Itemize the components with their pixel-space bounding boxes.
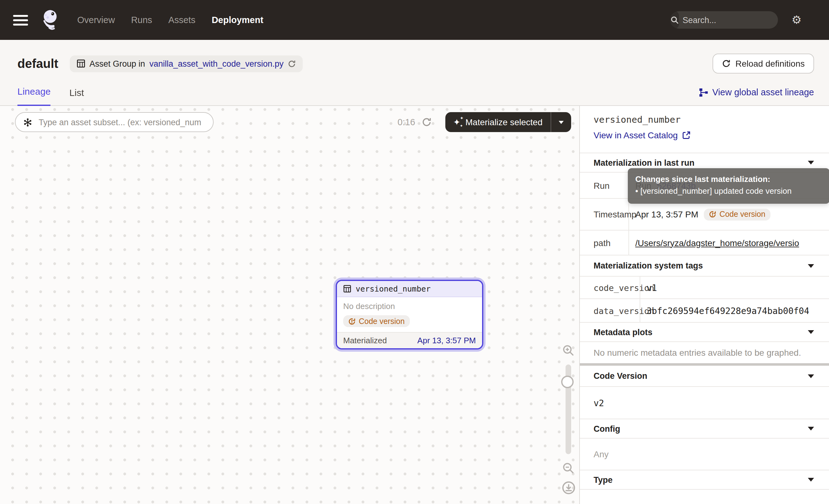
code-version-value: v2 <box>580 387 829 419</box>
changed-refresh-icon <box>348 317 356 325</box>
section-label: Metadata plots <box>593 327 652 337</box>
graph-toolbar: 0:16 ✦✦✦ Materialize selected <box>15 112 571 132</box>
timestamp-value: Apr 13, 3:57 PM <box>635 209 698 219</box>
zoom-out-icon[interactable] <box>562 462 575 475</box>
table-grid-icon <box>76 59 85 68</box>
data-version-tag-label: data_version <box>580 299 640 322</box>
code-version-changed-chip: Code version <box>343 315 409 327</box>
sparkle-icon: ✦✦✦ <box>453 118 460 127</box>
topbar: Overview Runs Assets Deployment / ⚙ <box>0 0 829 40</box>
tab-lineage[interactable]: Lineage <box>17 86 51 107</box>
dagster-logo-icon[interactable] <box>37 8 61 32</box>
zoom-controls <box>559 106 578 504</box>
asset-node-status: Materialized <box>343 336 387 345</box>
code-version-chip-label: Code version <box>359 317 404 325</box>
section-label: Materialization in last run <box>593 158 694 167</box>
tabs: Lineage List View global asset lineage <box>17 77 814 106</box>
view-in-asset-catalog-link[interactable]: View in Asset Catalog <box>593 130 815 140</box>
reload-definitions-label: Reload definitions <box>735 59 805 69</box>
download-image-icon[interactable] <box>562 481 576 495</box>
materialize-selected-button[interactable]: ✦✦✦ Materialize selected <box>445 112 550 132</box>
section-label: Config <box>593 424 620 433</box>
view-global-asset-lineage-label: View global asset lineage <box>712 87 814 97</box>
panel-header: versioned_number View in Asset Catalog <box>580 106 829 153</box>
nav-overview[interactable]: Overview <box>77 15 115 25</box>
materialize-selected-label: Materialize selected <box>466 117 542 127</box>
refresh-icon[interactable] <box>421 117 431 127</box>
chevron-down-icon <box>808 478 814 481</box>
external-link-icon <box>682 131 691 140</box>
settings-gear-icon[interactable]: ⚙ <box>792 14 802 26</box>
asset-node-timestamp: Apr 13, 3:57 PM <box>417 336 476 345</box>
path-row: path /Users/sryza/dagster_home/storage/v… <box>580 230 829 255</box>
section-config[interactable]: Config <box>580 419 829 439</box>
chevron-down-icon <box>808 264 814 267</box>
asset-details-panel: versioned_number View in Asset Catalog M… <box>579 106 829 504</box>
table-grid-icon <box>343 285 351 293</box>
nav-deployment[interactable]: Deployment <box>212 15 263 25</box>
page-title: default <box>17 57 58 71</box>
chevron-down-icon <box>808 161 814 165</box>
search-input[interactable] <box>679 15 778 25</box>
main-nav: Overview Runs Assets Deployment <box>77 15 263 25</box>
asset-group-badge-prefix: Asset Group in <box>89 59 145 68</box>
reload-definitions-button[interactable]: Reload definitions <box>712 53 814 73</box>
asset-node-versioned-number[interactable]: versioned_number No description Code ver… <box>336 280 483 350</box>
materialize-split-button: ✦✦✦ Materialize selected <box>445 112 571 132</box>
asset-subset-input[interactable] <box>37 117 206 128</box>
section-code-version[interactable]: Code Version <box>580 366 829 387</box>
asset-graph-asterisk-icon <box>23 117 32 127</box>
section-type[interactable]: Type <box>580 470 829 490</box>
path-link[interactable]: /Users/sryza/dagster_home/storage/versio <box>635 238 799 248</box>
code-version-tag-row: code_version v1 <box>580 277 829 299</box>
global-search[interactable]: / <box>670 11 778 29</box>
code-version-chip-label: Code version <box>719 210 765 219</box>
section-label: Code Version <box>593 371 647 381</box>
zoom-slider-handle[interactable] <box>561 376 574 388</box>
changes-since-last-materialization-tooltip: Changes since last materialization: • [v… <box>628 168 829 204</box>
tooltip-heading: Changes since last materialization: <box>635 173 822 185</box>
code-version-tag-value: v1 <box>640 277 829 298</box>
code-version-tag-label: code_version <box>580 277 640 298</box>
refresh-icon <box>722 59 730 68</box>
section-metadata-plots[interactable]: Metadata plots <box>580 323 829 342</box>
metadata-plots-empty-text: No numeric metadata entries available to… <box>580 342 829 366</box>
chevron-down-icon <box>808 427 814 431</box>
asset-node-title: versioned_number <box>356 284 431 293</box>
panel-asset-title: versioned_number <box>593 115 815 124</box>
timestamp-row-label: Timestamp <box>580 199 629 230</box>
type-section-clipped-content <box>580 490 829 501</box>
lineage-graph-icon <box>698 87 708 97</box>
asset-subset-field[interactable] <box>15 112 214 132</box>
tooltip-bullet: • [versioned_number] updated code versio… <box>635 185 822 197</box>
refresh-icon[interactable] <box>288 60 296 68</box>
section-materialization-system-tags[interactable]: Materialization system tags <box>580 255 829 277</box>
lineage-graph-canvas[interactable]: 0:16 ✦✦✦ Materialize selected <box>0 106 579 504</box>
refresh-timer: 0:16 <box>398 117 415 127</box>
view-in-asset-catalog-label: View in Asset Catalog <box>593 130 678 140</box>
chevron-down-icon <box>808 374 814 378</box>
section-label: Materialization system tags <box>593 261 703 271</box>
page-header: default Asset Group in vanilla_asset_wit… <box>0 40 829 106</box>
menu-icon[interactable] <box>13 15 28 25</box>
nav-runs[interactable]: Runs <box>131 15 152 25</box>
data-version-tag-value: 3bfc269594ef649228e9a74bab00f04 <box>640 299 829 322</box>
data-version-tag-row: data_version 3bfc269594ef649228e9a74bab0… <box>580 299 829 323</box>
view-global-asset-lineage-link[interactable]: View global asset lineage <box>698 87 814 106</box>
run-row-label: Run <box>580 173 629 198</box>
config-value: Any <box>580 439 829 470</box>
zoom-in-icon[interactable] <box>562 344 575 357</box>
code-version-changed-chip: Code version <box>704 208 770 220</box>
nav-assets[interactable]: Assets <box>169 15 195 25</box>
chevron-down-icon <box>808 330 814 334</box>
tab-list[interactable]: List <box>69 87 84 106</box>
search-icon <box>670 11 679 29</box>
changed-refresh-icon <box>709 211 716 218</box>
code-location-link[interactable]: vanilla_asset_with_code_version.py <box>149 59 284 68</box>
path-row-label: path <box>580 230 629 255</box>
asset-group-badge: Asset Group in vanilla_asset_with_code_v… <box>69 55 303 72</box>
section-label: Type <box>593 475 613 484</box>
asset-node-description: No description <box>343 301 476 311</box>
